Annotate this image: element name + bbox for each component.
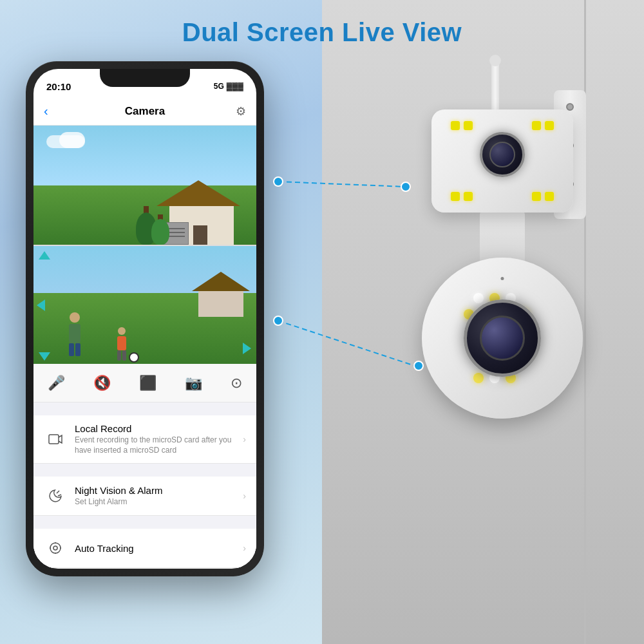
tracking-arrow-right (243, 343, 251, 354)
nav-title: Camera (125, 105, 165, 118)
camera-upper-body (431, 109, 573, 213)
phone-mockup: 20:10 5G ▓▓▓ ‹ Camera ⚙ (26, 61, 264, 576)
tracking-arrow-up-left (39, 251, 50, 260)
camera-lower-dome (422, 258, 583, 419)
menu-item-night-vision[interactable]: Night Vision & Alarm Set Light Alarm › (33, 477, 256, 516)
svg-rect-6 (49, 435, 59, 444)
camera-views (33, 126, 256, 364)
local-record-chevron: › (243, 434, 246, 444)
lens-inner-upper (489, 142, 515, 167)
target-icon[interactable]: ⊙ (231, 375, 242, 392)
local-record-subtitle: Event recording to the microSD card afte… (75, 435, 243, 455)
night-vision-title: Night Vision & Alarm (75, 485, 243, 496)
snapshot-icon[interactable]: 📷 (185, 375, 202, 392)
page-title: Dual Screen Live View (0, 18, 644, 47)
svg-point-9 (53, 546, 57, 550)
led-br2 (532, 192, 541, 201)
network-indicator: 5G (214, 82, 224, 91)
settings-icon[interactable]: ⚙ (236, 104, 246, 118)
auto-tracking-chevron: › (243, 543, 246, 553)
camera-view-bottom (33, 245, 256, 364)
back-button[interactable]: ‹ (44, 104, 48, 118)
menu-list: Local Record Event recording to the micr… (33, 402, 256, 568)
night-vision-subtitle: Set Light Alarm (75, 497, 243, 507)
led-l-6 (473, 373, 484, 383)
led-br1 (545, 192, 554, 201)
status-icons: 5G ▓▓▓ (214, 82, 243, 91)
svg-line-7 (57, 491, 59, 493)
led-l-1 (473, 293, 484, 303)
menu-separator-1 (33, 402, 256, 415)
local-record-icon (44, 428, 67, 451)
mount-screw-top (566, 103, 574, 111)
led-bl1 (451, 192, 460, 201)
camera-lens-lower (464, 299, 541, 377)
lens-inner-lower (480, 316, 525, 361)
mute-icon[interactable]: 🔇 (93, 375, 111, 392)
auto-tracking-title: Auto Tracking (75, 543, 243, 554)
led-tr1 (545, 121, 554, 130)
local-record-text: Local Record Event recording to the micr… (75, 423, 243, 455)
control-bar: 🎤 🔇 ⬛ 📷 ⊙ (33, 364, 256, 402)
night-vision-text: Night Vision & Alarm Set Light Alarm (75, 485, 243, 507)
camera-device (380, 52, 625, 618)
phone-notch (100, 69, 190, 87)
status-time: 20:10 (46, 81, 71, 92)
menu-item-auto-tracking[interactable]: Auto Tracking › (33, 529, 256, 568)
tracking-arrow-down (39, 352, 50, 361)
auto-tracking-text: Auto Tracking (75, 543, 243, 554)
menu-separator-2 (33, 464, 256, 477)
night-vision-chevron: › (243, 491, 246, 501)
svg-line-8 (58, 495, 61, 496)
camera-mic (501, 277, 504, 280)
night-vision-icon (44, 484, 67, 507)
mic-icon[interactable]: 🎤 (48, 375, 65, 392)
auto-tracking-icon (44, 536, 67, 560)
record-icon[interactable]: ⬛ (139, 375, 156, 392)
camera-neck (480, 211, 525, 263)
led-tr2 (532, 121, 541, 130)
antenna-tip (489, 55, 501, 66)
led-tl1 (451, 121, 460, 130)
menu-item-local-record[interactable]: Local Record Event recording to the micr… (33, 415, 256, 464)
led-tl2 (464, 121, 473, 130)
local-record-title: Local Record (75, 423, 243, 434)
svg-point-10 (50, 543, 61, 553)
tracking-arrow-left (37, 299, 45, 311)
camera-lens-upper (480, 132, 525, 177)
led-bl2 (464, 192, 473, 201)
battery-indicator: ▓▓▓ (227, 82, 243, 91)
menu-separator-3 (33, 516, 256, 529)
camera-view-top (33, 126, 256, 245)
nav-bar: ‹ Camera ⚙ (33, 97, 256, 126)
